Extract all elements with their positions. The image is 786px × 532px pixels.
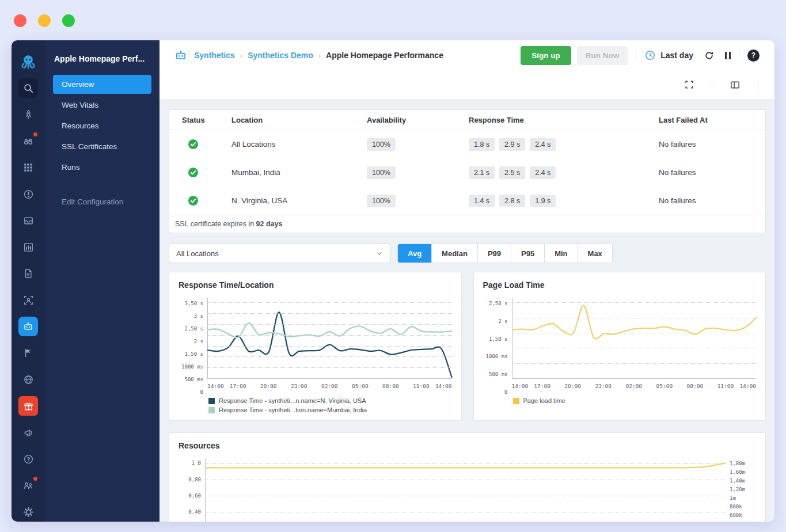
response-time-location-chart: Response Time/Location 3,50 s3 s2,50 s2 … bbox=[169, 272, 462, 421]
x-axis-labels: 14:0017:0020:0023:0002:0005:0008:0011:00… bbox=[512, 382, 757, 392]
search-rail-button[interactable] bbox=[18, 78, 38, 98]
x-tick-label: 08:00 bbox=[687, 383, 704, 389]
nav-item-runs[interactable]: Runs bbox=[53, 158, 151, 177]
y-tick-label-right: 1,60m bbox=[730, 469, 745, 475]
nav-item-web-vitals[interactable]: Web Vitals bbox=[53, 96, 151, 115]
status-pages-rail-button[interactable] bbox=[18, 370, 38, 389]
response-time-badge: 2.1 s bbox=[469, 166, 495, 179]
nav-item-overview[interactable]: Overview bbox=[53, 75, 151, 94]
alerts-rail-button[interactable] bbox=[18, 184, 38, 204]
aggregation-max-button[interactable]: Max bbox=[578, 244, 612, 263]
nav-item-resources[interactable]: Resources bbox=[53, 116, 151, 135]
inbox-rail-button[interactable] bbox=[18, 211, 38, 230]
close-window-button[interactable] bbox=[14, 14, 26, 27]
gridline bbox=[208, 335, 452, 336]
gridline bbox=[208, 346, 452, 347]
y-tick-label: 2,50 s bbox=[184, 326, 203, 332]
document-icon bbox=[23, 268, 33, 279]
aggregation-avg-button[interactable]: Avg bbox=[398, 244, 431, 263]
octopus-icon bbox=[20, 53, 37, 70]
dashboards-rail-button[interactable] bbox=[18, 237, 38, 257]
window-controls bbox=[14, 14, 75, 27]
y-tick-label-right: 600k bbox=[730, 512, 742, 518]
divider bbox=[739, 48, 739, 62]
discover-rail-button[interactable] bbox=[18, 131, 38, 151]
status-table-header: Status Location Availability Response Ti… bbox=[169, 110, 765, 130]
column-header-last-failed-at: Last Failed At bbox=[659, 116, 753, 124]
y-tick-label: 1,50 s bbox=[184, 351, 203, 357]
response-time-badge: 1.4 s bbox=[469, 195, 495, 207]
rum-rail-button[interactable] bbox=[18, 290, 38, 310]
settings-rail-button[interactable] bbox=[18, 502, 38, 522]
y-tick-label: 2 s bbox=[498, 318, 507, 324]
project-sidebar: Apple Homepage Perf... OverviewWeb Vital… bbox=[45, 40, 160, 522]
breadcrumb-synthetics-demo[interactable]: Synthetics Demo bbox=[248, 51, 313, 60]
octopus-logo[interactable] bbox=[18, 52, 38, 71]
table-row[interactable]: N. Virginia, USA100%1.4 s2.8 s1.9 sNo fa… bbox=[169, 187, 765, 215]
apps-rail-button[interactable] bbox=[18, 158, 38, 177]
gridline bbox=[208, 324, 452, 325]
pause-refresh-button[interactable] bbox=[725, 52, 731, 59]
chart-plot[interactable] bbox=[512, 298, 757, 379]
response-time-badge: 2.4 s bbox=[530, 166, 556, 179]
status-ok-icon bbox=[188, 195, 231, 206]
x-tick-label: 17:00 bbox=[230, 383, 246, 389]
chevron-down-icon bbox=[376, 250, 383, 257]
minimize-window-button[interactable] bbox=[38, 14, 51, 27]
maximize-window-button[interactable] bbox=[62, 14, 75, 27]
aggregation-p95-button[interactable]: P95 bbox=[511, 244, 544, 263]
layout-columns-button[interactable] bbox=[730, 79, 741, 90]
fullscreen-button[interactable] bbox=[684, 79, 694, 90]
gift-icon bbox=[23, 401, 34, 412]
response-times-cell: 1.8 s2.9 s2.4 s bbox=[469, 138, 659, 151]
x-tick-label: 02:00 bbox=[321, 383, 338, 389]
megaphone-icon bbox=[23, 427, 34, 438]
y-tick-label-right: 1,40m bbox=[730, 478, 745, 484]
table-row[interactable]: All Locations100%1.8 s2.9 s2.4 sNo failu… bbox=[169, 130, 765, 158]
team-rail-button[interactable] bbox=[18, 476, 38, 495]
refresh-button[interactable] bbox=[704, 50, 715, 61]
legend-swatch-icon bbox=[208, 407, 215, 413]
location-dropdown[interactable]: All Locations bbox=[169, 244, 390, 263]
aggregation-median-button[interactable]: Median bbox=[431, 244, 477, 263]
help-button[interactable]: ? bbox=[747, 50, 760, 62]
response-time-badge: 1.9 s bbox=[530, 195, 556, 207]
y-tick-label: 1 B bbox=[192, 460, 201, 466]
x-tick-label: 14:00 bbox=[512, 383, 529, 389]
edit-configuration-link[interactable]: Edit Configuration bbox=[53, 197, 151, 206]
help-rail-button[interactable]: ? bbox=[18, 449, 38, 469]
chart-plot[interactable] bbox=[205, 458, 725, 522]
location-cell: All Locations bbox=[231, 140, 367, 149]
chart-plot[interactable] bbox=[207, 298, 452, 379]
time-range-selector[interactable]: Last day bbox=[644, 50, 693, 61]
project-title: Apple Homepage Perf... bbox=[53, 40, 151, 75]
gridline bbox=[206, 496, 725, 496]
breadcrumb-synthetics[interactable]: Synthetics bbox=[194, 51, 235, 60]
sign-up-button[interactable]: Sign up bbox=[521, 46, 571, 65]
synthetics-rail-button[interactable] bbox=[18, 317, 38, 336]
synthetics-robot-icon bbox=[174, 49, 187, 62]
flags-rail-button[interactable] bbox=[18, 343, 38, 363]
availability-badge: 100% bbox=[367, 166, 396, 179]
aggregation-min-button[interactable]: Min bbox=[544, 244, 577, 263]
legend-swatch-icon bbox=[208, 398, 215, 404]
experience-rail-button[interactable] bbox=[18, 105, 38, 124]
logs-rail-button[interactable] bbox=[18, 264, 38, 283]
y-tick-label: 2,50 s bbox=[489, 301, 508, 306]
main-area: Synthetics › Synthetics Demo › Apple Hom… bbox=[160, 40, 774, 522]
rewards-rail-button[interactable] bbox=[18, 396, 38, 416]
table-row[interactable]: Mumbai, India100%2.1 s2.5 s2.4 sNo failu… bbox=[169, 158, 765, 187]
flag-icon bbox=[23, 348, 33, 358]
aggregation-p99-button[interactable]: P99 bbox=[477, 244, 511, 263]
nav-item-ssl-certificates[interactable]: SSL Certificates bbox=[53, 137, 151, 156]
announcements-rail-button[interactable] bbox=[18, 423, 38, 442]
ssl-note-days: 92 days bbox=[256, 220, 283, 228]
project-nav: OverviewWeb VitalsResourcesSSL Certifica… bbox=[53, 75, 151, 177]
y-tick-label: 1,50 s bbox=[489, 336, 508, 342]
rocket-icon bbox=[23, 109, 34, 120]
column-header-status: Status bbox=[182, 116, 231, 124]
status-ok-icon bbox=[188, 139, 231, 150]
search-icon bbox=[23, 83, 34, 94]
globe-icon bbox=[23, 374, 34, 385]
run-now-button[interactable]: Run Now bbox=[577, 46, 628, 65]
